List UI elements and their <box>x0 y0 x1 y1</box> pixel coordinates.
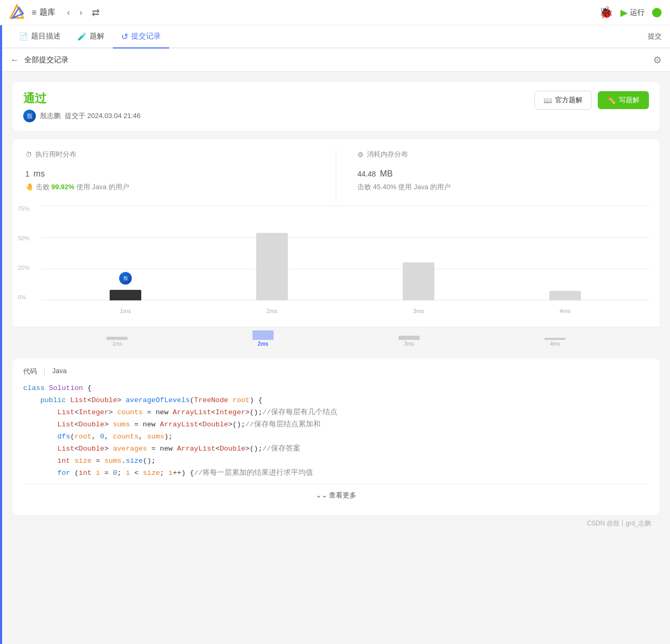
code-line-6: List<Double> averages = new ArrayList<Do… <box>23 443 649 455</box>
chart-bars: 殷 <box>42 208 649 300</box>
tabbar-right-label: 提交 <box>648 32 662 41</box>
scroll-item-2: 2ms <box>253 330 274 347</box>
x-label-2ms: 2ms <box>267 308 278 314</box>
code-line-7: int size = sums.size(); <box>23 455 649 467</box>
status-dot <box>652 8 662 17</box>
official-solution-button[interactable]: 📖 官方题解 <box>535 91 591 110</box>
y-label-25: 25% <box>18 265 30 271</box>
view-more-button[interactable]: ⌄⌄ 查看更多 <box>23 484 649 506</box>
topbar: ≡ 题库 ‹ › ⇄ 🐞 ▶ 运行 <box>0 0 670 25</box>
write-solution-button[interactable]: ✏️ 写题解 <box>598 91 649 109</box>
x-label-4ms: 4ms <box>560 308 571 314</box>
official-solution-label: 官方题解 <box>555 95 582 105</box>
debug-icon[interactable]: 🐞 <box>599 6 613 19</box>
time-icon: ⏱ <box>25 151 32 159</box>
scroll-item-3: 3ms <box>399 336 420 347</box>
topbar-nav: ‹ › ⇄ <box>64 5 103 21</box>
code-block: class Solution { public List<Double> ave… <box>23 383 649 480</box>
memory-stat-section: ⚙ 消耗内存分布 44.48 MB 击败 45.40% 使用 Java 的用户 <box>357 150 647 200</box>
scrollbar-labels: 1ms 2ms 3ms 4ms <box>23 330 649 347</box>
content-wrapper: 📄 题目描述 🧪 题解 ↺ 提交记录 提交 ← 全部提交记录 ⚙ 通过 <box>0 25 670 644</box>
chart-scrollbar[interactable]: 1ms 2ms 3ms 4ms <box>13 327 659 350</box>
stats-row: ⏱ 执行用时分布 1 ms 🤚 击败 99.92% 使用 Java 的用户 <box>25 150 647 200</box>
memory-stat-label-text: 消耗内存分布 <box>367 150 408 159</box>
x-label-3ms: 3ms <box>413 308 424 314</box>
subheader-right: ⚙ <box>653 54 662 66</box>
result-left: 通过 殷 殷志鹏 提交于 2024.03.04 21:46 <box>23 91 141 122</box>
x-axis: 1ms 2ms 3ms 4ms <box>42 308 649 314</box>
write-solution-label: 写题解 <box>619 95 639 105</box>
subheader-title: 全部提交记录 <box>24 55 69 65</box>
menu-icon: ≡ <box>32 8 36 17</box>
y-axis: 75% 50% 25% 0% <box>18 206 30 300</box>
back-button[interactable]: ← <box>11 55 19 65</box>
code-line-5: dfs(root, 0, counts, sums); <box>23 431 649 443</box>
avatar: 殷 <box>23 110 36 122</box>
bar-wrapper-1ms: 殷 <box>110 290 141 300</box>
run-label: 运行 <box>630 8 645 17</box>
x-label-1ms: 1ms <box>120 308 131 314</box>
bar-group-2ms <box>256 233 288 300</box>
stats-card: ⏱ 执行用时分布 1 ms 🤚 击败 99.92% 使用 Java 的用户 <box>13 139 659 350</box>
memory-stat-value: 44.48 MB <box>357 163 647 180</box>
time-detail-suffix: 使用 Java 的用户 <box>76 183 129 191</box>
settings-icon[interactable]: ⚙ <box>653 55 662 65</box>
solution-tab-icon: 🧪 <box>77 32 86 41</box>
tab-description[interactable]: 📄 题目描述 <box>11 25 69 48</box>
code-line-8: for (int i = 0; i < size; i++) {//将每一层累加… <box>23 467 649 480</box>
result-status: 通过 <box>23 91 141 106</box>
footer-attribution: CSDN @殷丨grd_志鹏 <box>13 515 659 532</box>
submissions-tab-label: 提交记录 <box>131 32 161 41</box>
description-tab-label: 题目描述 <box>31 32 61 41</box>
nav-prev-button[interactable]: ‹ <box>64 6 73 19</box>
play-icon: ▶ <box>620 7 628 18</box>
tab-solution[interactable]: 🧪 题解 <box>69 25 113 48</box>
memory-icon: ⚙ <box>357 151 364 159</box>
topbar-title[interactable]: 题库 <box>40 7 55 17</box>
topbar-right: 🐞 ▶ 运行 <box>599 6 662 19</box>
time-stat-detail: 🤚 击败 99.92% 使用 Java 的用户 <box>25 182 315 192</box>
scroll-item-1: 1ms <box>106 337 128 347</box>
memory-value: 44.48 <box>357 170 376 178</box>
topbar-title-section: ≡ 题库 <box>32 7 55 17</box>
back-icon: ← <box>11 55 19 65</box>
result-header-card: 通过 殷 殷志鹏 提交于 2024.03.04 21:46 📖 官方题解 ✏️ … <box>13 82 659 131</box>
scrollbar-mini: 1ms 2ms 3ms 4ms <box>44 330 628 347</box>
result-user: 殷志鹏 <box>40 111 61 121</box>
code-lang-label: 代码 <box>23 367 37 376</box>
chart-area: 75% 50% 25% 0% <box>13 200 659 327</box>
time-unit: ms <box>34 169 45 178</box>
book-icon: 📖 <box>543 96 552 104</box>
time-stat-label-text: 执行用时分布 <box>35 150 76 159</box>
y-label-75: 75% <box>18 206 30 212</box>
shuffle-button[interactable]: ⇄ <box>89 5 103 21</box>
grid-line-75 <box>42 206 649 206</box>
time-detail-percent: 99.92% <box>51 183 74 191</box>
y-label-50: 50% <box>18 235 30 241</box>
code-lang-bar: 代码 ｜ Java <box>23 367 649 376</box>
code-line-2: public List<Double> averageOfLevels(Tree… <box>23 395 649 407</box>
result-submitted-at: 提交于 2024.03.04 21:46 <box>65 111 141 121</box>
memory-stat-label: ⚙ 消耗内存分布 <box>357 150 647 159</box>
tab-submissions[interactable]: ↺ 提交记录 <box>113 25 169 48</box>
memory-unit: MB <box>380 169 393 178</box>
time-detail-prefix: 击败 <box>36 183 50 191</box>
bar-avatar: 殷 <box>118 271 133 286</box>
time-value: 1 <box>25 170 30 178</box>
memory-stat-detail: 击败 45.40% 使用 Java 的用户 <box>357 182 647 192</box>
nav-next-button[interactable]: › <box>76 6 85 19</box>
run-button[interactable]: ▶ 运行 <box>620 7 645 18</box>
solution-tab-label: 题解 <box>90 32 104 41</box>
avatar-text: 殷 <box>27 112 33 120</box>
time-stat-value: 1 ms <box>25 163 315 180</box>
code-section: 代码 ｜ Java class Solution { public List<D… <box>13 358 659 515</box>
hand-icon: 🤚 <box>25 183 34 191</box>
bar-2ms <box>256 233 288 300</box>
code-line-4: List<Double> sums = new ArrayList<Double… <box>23 419 649 431</box>
code-lang-separator: ｜ <box>41 367 48 376</box>
code-line-1: class Solution { <box>23 383 649 395</box>
edit-icon: ✏️ <box>607 96 616 104</box>
bar-3ms <box>403 262 434 300</box>
bar-group-1ms: 殷 <box>110 290 141 300</box>
main-content: 通过 殷 殷志鹏 提交于 2024.03.04 21:46 📖 官方题解 ✏️ … <box>2 72 670 644</box>
